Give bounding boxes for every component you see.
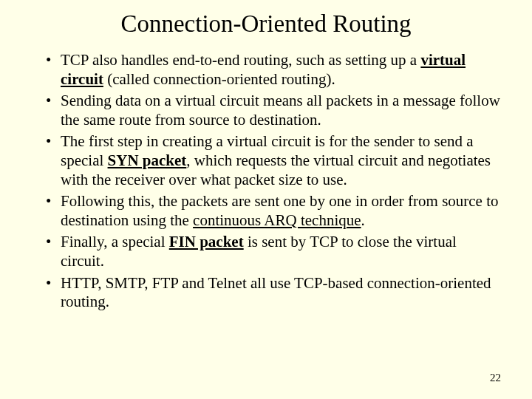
bullet-text: . — [361, 211, 365, 229]
bullet-list: TCP also handles end-to-end routing, suc… — [27, 51, 505, 312]
slide: Connection-Oriented Routing TCP also han… — [0, 0, 532, 399]
list-item: HTTP, SMTP, FTP and Telnet all use TCP-b… — [46, 274, 501, 312]
bullet-text: TCP also handles end-to-end routing, suc… — [61, 51, 420, 69]
bullet-text: Finally, a special — [61, 233, 169, 250]
underlined-term: continuous ARQ technique — [193, 211, 361, 229]
bullet-text: Sending data on a virtual circuit means … — [61, 92, 500, 129]
list-item: Following this, the packets are sent one… — [46, 192, 501, 230]
bullet-text: (called connection-oriented routing). — [103, 70, 335, 88]
list-item: Sending data on a virtual circuit means … — [46, 92, 501, 129]
page-number: 22 — [490, 372, 501, 384]
underlined-term: FIN packet — [169, 233, 244, 250]
list-item: TCP also handles end-to-end routing, suc… — [46, 51, 501, 89]
underlined-term: SYN packet — [108, 151, 187, 169]
list-item: The first step in creating a virtual cir… — [46, 132, 501, 189]
list-item: Finally, a special FIN packet is sent by… — [46, 233, 501, 270]
bullet-text: HTTP, SMTP, FTP and Telnet all use TCP-b… — [61, 274, 491, 311]
slide-title: Connection-Oriented Routing — [27, 10, 505, 38]
